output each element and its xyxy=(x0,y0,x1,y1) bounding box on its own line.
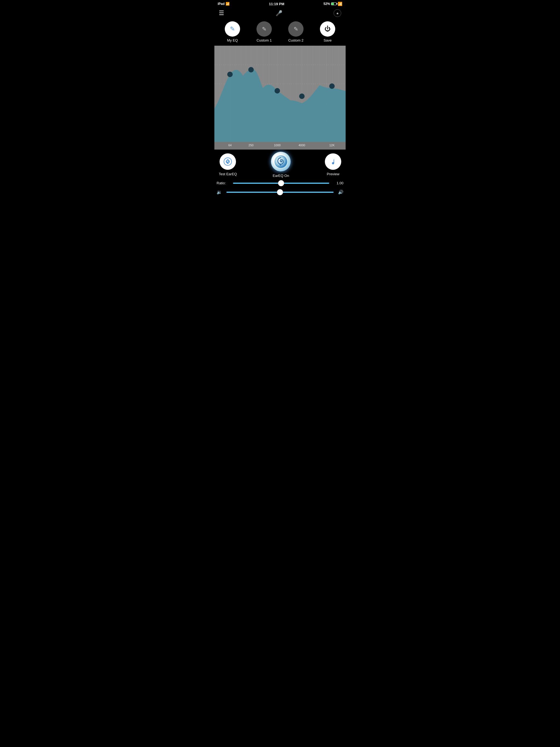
status-bar: iPad 📶 11:19 PM 52% 📶 xyxy=(214,0,346,7)
preset-custom-2-circle[interactable]: ✎ xyxy=(288,21,304,36)
preview-button[interactable]: Preview xyxy=(325,153,341,176)
preset-save[interactable]: ⏻ Save xyxy=(320,21,335,42)
preset-my-eq-label: My EQ xyxy=(227,38,238,42)
battery-percent: 52% xyxy=(324,2,330,6)
eareq-on-button[interactable]: EarEQ On xyxy=(271,152,291,178)
preset-custom-1-circle[interactable]: ✎ xyxy=(256,21,272,36)
eq-svg[interactable]: 64 250 1000 4000 12K xyxy=(214,46,346,150)
music-note-icon xyxy=(329,157,337,166)
preset-row: ✎ My EQ ✎ Custom 1 ✎ Custom 2 ⏻ Save xyxy=(214,19,346,46)
preset-custom-1[interactable]: ✎ Custom 1 xyxy=(256,21,272,42)
eareq-logo-icon xyxy=(274,155,287,168)
freq-label-64: 64 xyxy=(228,144,232,147)
preset-custom-1-label: Custom 1 xyxy=(256,38,272,42)
eq-control-point-1[interactable] xyxy=(227,72,233,77)
test-eareq-circle[interactable] xyxy=(220,153,236,170)
status-right: 52% 📶 xyxy=(324,2,342,6)
wifi-icon: 📶 xyxy=(226,2,230,6)
eq-control-point-3[interactable] xyxy=(275,88,280,94)
freq-label-1000: 1000 xyxy=(274,144,281,147)
bluetooth-nav-icon[interactable]: ⭒ xyxy=(334,9,341,17)
eq-control-point-2[interactable] xyxy=(248,67,254,73)
pencil-active-icon: ✎ xyxy=(230,25,235,32)
freq-label-12k: 12K xyxy=(329,144,335,147)
preset-my-eq-circle[interactable]: ✎ xyxy=(225,21,240,36)
preview-circle[interactable] xyxy=(325,153,341,170)
eq-chart[interactable]: 64 250 1000 4000 12K xyxy=(214,46,346,150)
power-icon: ⏻ xyxy=(325,25,331,32)
status-time: 11:19 PM xyxy=(269,2,284,6)
status-left: iPad 📶 xyxy=(218,2,230,6)
volume-low-icon: 🔉 xyxy=(217,189,222,195)
top-nav: ☰ 🎤 ⭒ xyxy=(214,7,346,19)
ratio-value: 1.00 xyxy=(334,181,343,185)
ratio-slider[interactable] xyxy=(233,183,329,184)
pencil-1-icon: ✎ xyxy=(262,26,266,32)
bluetooth-icon: 📶 xyxy=(338,2,342,6)
preset-my-eq[interactable]: ✎ My EQ xyxy=(225,21,240,42)
device-label: iPad xyxy=(218,2,225,6)
volume-slider-row: 🔉 🔊 xyxy=(214,187,346,199)
ratio-slider-row: Ratio: 1.00 xyxy=(214,179,346,187)
eareq-on-circle[interactable] xyxy=(271,152,291,172)
freq-label-250: 250 xyxy=(249,144,253,147)
eareq-on-label: EarEQ On xyxy=(273,174,289,178)
gear-check-icon xyxy=(223,157,232,166)
test-eareq-button[interactable]: Test EarEQ xyxy=(219,153,237,176)
preset-save-circle[interactable]: ⏻ xyxy=(320,21,335,36)
bottom-icon-row: Test EarEQ EarEQ On xyxy=(214,150,346,179)
preset-save-label: Save xyxy=(324,38,332,42)
battery-icon xyxy=(331,2,337,5)
eq-control-point-5[interactable] xyxy=(329,83,335,89)
freq-label-4000: 4000 xyxy=(299,144,305,147)
preview-label: Preview xyxy=(327,172,339,176)
volume-slider[interactable] xyxy=(226,192,334,193)
test-eareq-label: Test EarEQ xyxy=(219,172,237,176)
ratio-label: Ratio: xyxy=(217,181,229,185)
pencil-2-icon: ✎ xyxy=(294,26,298,32)
volume-high-icon: 🔊 xyxy=(338,189,343,195)
preset-custom-2[interactable]: ✎ Custom 2 xyxy=(288,21,304,42)
eq-control-point-4[interactable] xyxy=(299,94,305,99)
hamburger-menu-icon[interactable]: ☰ xyxy=(219,9,224,17)
preset-custom-2-label: Custom 2 xyxy=(288,38,304,42)
eq-curve xyxy=(214,69,346,142)
microphone-icon: 🎤 xyxy=(276,10,282,17)
